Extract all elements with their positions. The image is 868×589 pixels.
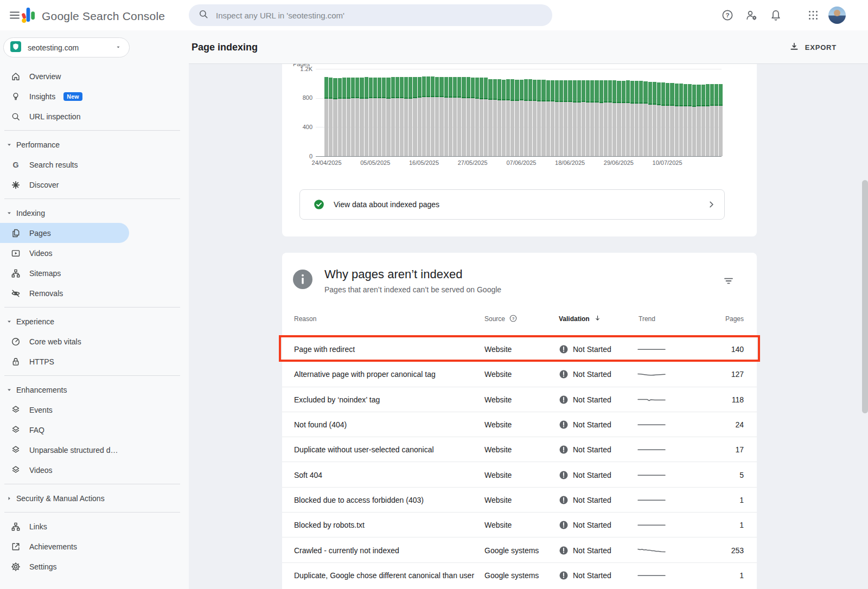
sidebar-item-url-inspection[interactable]: URL inspection — [0, 106, 129, 126]
indexed-segment — [342, 78, 346, 99]
y-tick-label: 0 — [289, 153, 312, 159]
sidebar-item-achievements[interactable]: Achievements — [0, 536, 129, 556]
chart-bar — [653, 69, 656, 156]
validation-cell: Not Started — [559, 412, 611, 437]
sidebar-section-enhancements[interactable]: Enhancements — [0, 380, 189, 400]
reason-cell: Soft 404 — [294, 462, 322, 487]
search-icon — [10, 111, 21, 122]
table-row-crawled-currently-not-indexed[interactable]: Crawled - currently not indexedGoogle sy… — [282, 537, 757, 562]
app-bar: Google Search Console ? — [0, 0, 868, 30]
trend-sparkline — [636, 362, 667, 387]
sidebar-item-search-results[interactable]: GSearch results — [0, 155, 129, 175]
property-selector[interactable]: seotesting.com — [3, 37, 130, 57]
svg-text:?: ? — [725, 12, 729, 18]
sidebar-item-videos[interactable]: Videos — [0, 460, 129, 480]
help-icon[interactable]: ? — [721, 9, 734, 22]
sidebar-section-security-manual-actions[interactable]: Security & Manual Actions — [0, 488, 189, 508]
table-row-page-with-redirect[interactable]: Page with redirectWebsiteNot Started140 — [282, 336, 757, 361]
not-indexed-segment — [608, 103, 612, 156]
chart-bar — [666, 69, 669, 156]
help-circle-icon[interactable]: ? — [509, 314, 518, 324]
chart-bar — [480, 69, 483, 156]
table-row-alternative-page-with-proper-canonical-tag[interactable]: Alternative page with proper canonical t… — [282, 361, 757, 386]
sidebar-item-insights[interactable]: InsightsNew — [0, 86, 129, 106]
sidebar-item-pages[interactable]: Pages — [0, 223, 129, 243]
indexed-segment — [643, 81, 647, 104]
url-inspect-searchbar[interactable] — [189, 4, 552, 26]
x-tick-label: 05/05/2025 — [360, 159, 390, 166]
sidebar-item-discover[interactable]: Discover — [0, 175, 129, 195]
table-row-soft-404[interactable]: Soft 404WebsiteNot Started5 — [282, 462, 757, 486]
indexed-segment — [714, 84, 718, 106]
indexed-segment — [559, 80, 563, 102]
view-indexed-pages-link[interactable]: View data about indexed pages — [299, 189, 725, 220]
sidebar-item-https[interactable]: HTTPS — [0, 351, 129, 372]
column-header-source[interactable]: Source ? — [484, 313, 518, 324]
sidebar-item-links[interactable]: Links — [0, 516, 129, 536]
sidebar-item-settings[interactable]: Settings — [0, 556, 129, 577]
x-tick-label: 16/05/2025 — [409, 159, 439, 166]
chart-bar — [506, 69, 510, 156]
scrollbar-thumb[interactable] — [862, 180, 868, 413]
sidebar-item-videos[interactable]: Videos — [0, 243, 129, 263]
sidebar-divider — [4, 130, 180, 131]
caret-down-icon — [5, 141, 13, 149]
chart-bar — [670, 69, 674, 156]
video-icon — [10, 248, 21, 259]
table-row-duplicate-google-chose-different-canonical-than-user[interactable]: Duplicate, Google chose different canoni… — [282, 562, 757, 587]
indexed-segment — [360, 78, 363, 99]
alert-icon — [559, 470, 569, 480]
notifications-icon[interactable] — [769, 9, 782, 22]
filter-icon[interactable] — [722, 274, 735, 287]
avatar[interactable] — [828, 7, 846, 24]
sidebar-section-indexing[interactable]: Indexing — [0, 203, 189, 223]
chart-bar — [533, 69, 537, 156]
sidebar-item-events[interactable]: Events — [0, 400, 129, 420]
sidebar-item-core-web-vitals[interactable]: Core web vitals — [0, 331, 129, 351]
table-row-blocked-by-robots-txt[interactable]: Blocked by robots.txtWebsiteNot Started1 — [282, 512, 757, 537]
chart-bar — [599, 69, 603, 156]
column-header-trend[interactable]: Trend — [639, 313, 655, 324]
chart-bar — [360, 69, 363, 156]
not-indexed-segment — [467, 98, 470, 156]
column-header-pages[interactable]: Pages — [725, 313, 744, 324]
indexed-segment — [418, 77, 422, 98]
not-indexed-segment — [537, 101, 541, 156]
sidebar-item-sitemaps[interactable]: Sitemaps — [0, 263, 129, 283]
gear-icon — [10, 561, 21, 572]
sidebar-divider — [4, 512, 180, 513]
chart-bar — [608, 69, 612, 156]
column-header-reason[interactable]: Reason — [294, 313, 316, 324]
sidebar-item-removals[interactable]: Removals — [0, 283, 129, 303]
sidebar-section-experience[interactable]: Experience — [0, 311, 189, 331]
indexed-segment — [617, 81, 621, 103]
apps-grid-icon[interactable] — [807, 9, 820, 22]
table-row-duplicate-without-user-selected-canonical[interactable]: Duplicate without user-selected canonica… — [282, 437, 757, 462]
chart-bar — [643, 69, 647, 156]
sidebar-section-performance[interactable]: Performance — [0, 135, 189, 155]
chart-bar — [515, 69, 519, 156]
chart-bar — [400, 69, 404, 156]
table-row-not-found-404[interactable]: Not found (404)WebsiteNot Started24 — [282, 412, 757, 437]
search-input[interactable] — [216, 11, 544, 20]
not-indexed-segment — [666, 106, 669, 156]
y-tick-label: 400 — [289, 124, 312, 130]
sidebar-item-overview[interactable]: Overview — [0, 66, 129, 86]
table-row-excluded-by-noindex-tag[interactable]: Excluded by ‘noindex’ tagWebsiteNot Star… — [282, 387, 757, 412]
indexed-segment — [706, 84, 710, 106]
account-settings-icon[interactable] — [745, 9, 758, 22]
table-row-blocked-due-to-access-forbidden-403[interactable]: Blocked due to access forbidden (403)Web… — [282, 487, 757, 512]
caret-down-icon — [5, 318, 13, 325]
column-header-validation[interactable]: Validation — [559, 313, 602, 324]
chart-bar — [657, 69, 661, 156]
export-button[interactable]: EXPORT — [789, 30, 837, 64]
menu-icon[interactable] — [8, 8, 22, 22]
indexed-segment — [409, 77, 412, 99]
reason-cell: Duplicate without user-selected canonica… — [294, 437, 434, 462]
sidebar-item-faq[interactable]: FAQ — [0, 420, 129, 440]
not-indexed-segment — [688, 106, 692, 156]
indexed-segment — [355, 78, 359, 98]
sidebar-item-unparsable-structured-d[interactable]: Unparsable structured d… — [0, 440, 129, 460]
not-indexed-segment — [617, 103, 621, 156]
reason-cell: Duplicate, Google chose different canoni… — [294, 563, 474, 588]
